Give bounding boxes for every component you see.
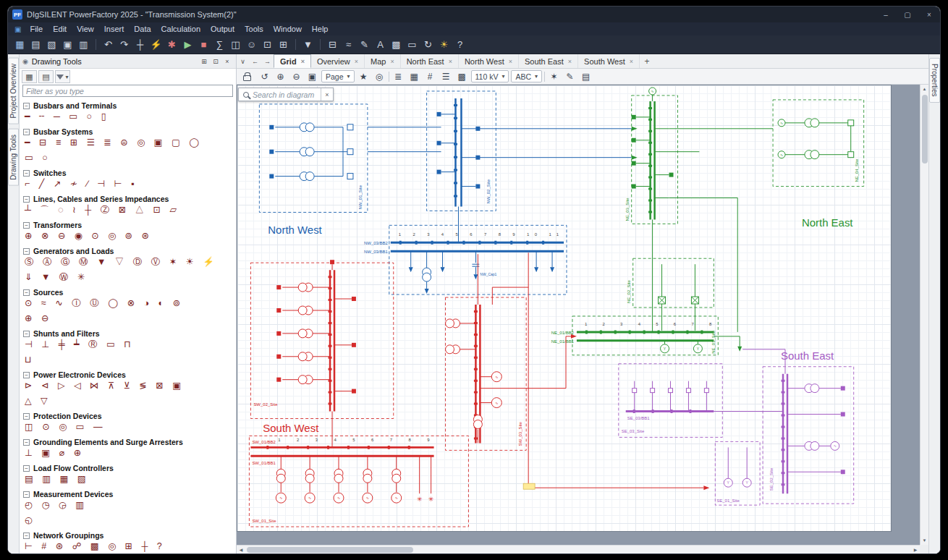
- collapse-icon[interactable]: −: [23, 331, 30, 337]
- diagram-tools-icon[interactable]: ✶ ▾: [547, 69, 561, 83]
- diagram-canvas[interactable]: NW_01_Site NW_02_Site 1 2 3 4 5 6 7 8 9 …: [237, 85, 891, 531]
- study-case-icon[interactable]: ▥: [76, 38, 91, 52]
- region-south-west[interactable]: SW_02_Site ∿ ∿ SW_03_Site: [249, 253, 709, 527]
- pin-icon[interactable]: ◉: [22, 58, 28, 65]
- tab-south-west[interactable]: South West ×: [578, 54, 640, 68]
- canvas-toolbar-item[interactable]: ▾: [544, 72, 545, 82]
- palette-icon-row[interactable]: ⊕ ⊖: [20, 312, 236, 327]
- menu-view[interactable]: View: [72, 24, 99, 34]
- palette-icon-row[interactable]: ▭ ○: [20, 151, 236, 166]
- tab-close-icon[interactable]: ×: [568, 58, 572, 65]
- rail-tab-drawing-tools[interactable]: Drawing Tools: [8, 129, 19, 186]
- palette-icon-row[interactable]: ⊙ ≈ ∿ Ⓘ Ⓤ ◯ ⊗ ◑ ◐ ⊚: [20, 297, 236, 312]
- tab-close-icon[interactable]: ×: [301, 58, 305, 65]
- collapse-icon[interactable]: −: [23, 103, 30, 109]
- collapse-icon[interactable]: −: [23, 289, 30, 296]
- undo-icon[interactable]: ↶: [101, 38, 116, 52]
- menu-insert[interactable]: Insert: [99, 24, 130, 34]
- tab-close-icon[interactable]: ×: [390, 58, 394, 65]
- horizontal-scrollbar[interactable]: ◀ ▶: [237, 545, 920, 553]
- filter-dropdown-icon[interactable]: ▼: [300, 38, 316, 52]
- palette-icon-row[interactable]: ⊳ ⊲ ▷ ◁ ⋈ ⊼ ⊻ ≶ ⊠ ▣: [20, 379, 236, 394]
- palette-list-view-icon[interactable]: ▤: [38, 70, 54, 83]
- tab-overview[interactable]: Overview ×: [311, 54, 365, 68]
- scroll-left-icon[interactable]: ◀: [237, 546, 245, 554]
- stop-simulation-icon[interactable]: ■: [196, 38, 211, 52]
- selected-label-highlight[interactable]: [523, 483, 535, 489]
- voltage-level-select[interactable]: 110 kV ▾: [471, 70, 509, 82]
- zoom-out-icon[interactable]: ⊖ ▾: [289, 69, 303, 83]
- maximize-graphic-icon[interactable]: ⊡: [260, 38, 275, 52]
- palette-icon-row[interactable]: ┴ ⌒ ◌ ≀ ┼ Ⓩ ⊠ △ ⊡ ▱: [20, 203, 236, 219]
- tab-map[interactable]: Map ×: [365, 54, 401, 68]
- menu-data[interactable]: Data: [129, 24, 156, 34]
- menu-edit[interactable]: Edit: [48, 24, 72, 34]
- tab-north-west[interactable]: North West ×: [459, 54, 519, 68]
- menu-calculation[interactable]: Calculation: [156, 24, 206, 34]
- collapse-icon[interactable]: −: [23, 491, 30, 498]
- close-button[interactable]: ×: [918, 7, 940, 22]
- diagram-search-box[interactable]: ×: [238, 88, 334, 101]
- annotation-icon[interactable]: ✎: [357, 38, 372, 52]
- collapse-icon[interactable]: −: [23, 413, 30, 420]
- text-label-icon[interactable]: A: [373, 38, 388, 52]
- tab-south-east[interactable]: South East ×: [519, 54, 578, 68]
- palette-icon-row[interactable]: ⊢ # ⊛ ☍ ▩ ◎ ⊞ ┼ ?: [20, 540, 236, 553]
- graphic-options-icon[interactable]: ⊟: [325, 38, 340, 52]
- palette-icon-row[interactable]: ⊕ ⊗ ⊖ ◉ ⊙ ◎ ⊚ ⊛: [20, 229, 236, 245]
- zoom-rect-icon[interactable]: ▣ ▾: [305, 69, 319, 83]
- tab-close-icon[interactable]: ×: [630, 58, 633, 65]
- palette-icon-row[interactable]: ━ ╌ ─ ▭ ○ ▯: [20, 110, 236, 125]
- palette-icon-row[interactable]: ▤ ▥ ▦ ▧: [20, 472, 236, 488]
- collapse-icon[interactable]: −: [23, 533, 30, 539]
- collapse-icon[interactable]: −: [23, 222, 30, 229]
- rail-tab-project-overview[interactable]: Project Overview: [8, 58, 19, 124]
- project-overview-icon[interactable]: ▧: [44, 38, 59, 52]
- menu-output[interactable]: Output: [206, 24, 240, 34]
- region-south-east[interactable]: SE_03/BB1 SE_03_Site ∿ SE_02_Site: [619, 349, 854, 505]
- grid-snap-icon[interactable]: ▦ ▾: [407, 69, 421, 83]
- toolbar-icon[interactable]: [96, 39, 96, 50]
- zoom-in-icon[interactable]: ⊕ ▾: [274, 69, 287, 83]
- add-tab-button[interactable]: +: [640, 54, 654, 68]
- layers-icon[interactable]: ≣ ▾: [392, 69, 405, 83]
- minimize-button[interactable]: –: [875, 7, 897, 22]
- collapse-icon[interactable]: −: [23, 248, 30, 255]
- panel-close-icon[interactable]: ×: [221, 56, 233, 67]
- tab-back-icon[interactable]: ←: [249, 54, 261, 68]
- titlebar[interactable]: PF DIgSILENT PowerFactory 2025 - "Transm…: [8, 7, 940, 22]
- load-flow-icon[interactable]: ⚡: [148, 38, 164, 52]
- refresh-icon[interactable]: ↻: [420, 38, 436, 52]
- highlight-icon[interactable]: ☀: [436, 38, 452, 52]
- vertical-scroll-thumb[interactable]: [922, 95, 928, 164]
- palette-icon-row[interactable]: ⇓ ▼ Ⓦ ✳: [20, 271, 236, 286]
- scroll-down-icon[interactable]: ▼: [921, 536, 929, 545]
- region-north-east[interactable]: ∿ NE_03_Site ∿ ∿ NE_04_Site: [551, 88, 864, 355]
- menu-file[interactable]: File: [25, 24, 48, 34]
- palette-icon-row[interactable]: ◫ ⊙ ◎ ▭ —: [20, 420, 236, 436]
- color-legend-icon[interactable]: ▩: [389, 38, 404, 52]
- tab-close-icon[interactable]: ×: [355, 58, 358, 65]
- pan-icon[interactable]: ┼: [132, 38, 148, 52]
- palette-icon-row[interactable]: ━ ⊟ ≡ ⊞ ☰ ≣ ⊜ ◎ ▣ ▢ ◯: [20, 136, 236, 151]
- results-icon[interactable]: ∑: [212, 38, 227, 52]
- color-mode-icon[interactable]: ▩ ▾: [455, 69, 469, 83]
- tab-grid[interactable]: Grid ×: [274, 54, 311, 68]
- user-settings-icon[interactable]: ☺: [244, 38, 259, 52]
- collapse-icon[interactable]: −: [23, 170, 30, 177]
- virtual-instrument-icon[interactable]: ◫: [228, 38, 243, 52]
- rail-tab-properties[interactable]: Properties: [929, 58, 940, 103]
- reset-zoom-icon[interactable]: ↺ ▾: [258, 69, 271, 83]
- open-data-manager-icon[interactable]: ▦: [12, 38, 27, 52]
- palette-icon-row[interactable]: ⊣ ⊥ ╪ ┷ Ⓡ ▭ ⊓: [20, 338, 236, 353]
- palette-icon-row[interactable]: ⊔: [20, 353, 236, 368]
- menu-tools[interactable]: Tools: [240, 24, 268, 34]
- edit-mode-icon[interactable]: ✎ ▾: [563, 69, 577, 83]
- panel-dock-icon[interactable]: ⊞: [198, 56, 210, 67]
- maximize-button[interactable]: ▢: [897, 7, 918, 22]
- palette-grid-view-icon[interactable]: ▦: [22, 70, 37, 83]
- region-north-west[interactable]: NW_01_Site NW_02_Site 1 2 3 4 5 6 7 8 9 …: [259, 91, 631, 294]
- menu-window[interactable]: Window: [268, 24, 307, 34]
- tab-close-icon[interactable]: ×: [509, 58, 512, 65]
- print-icon[interactable]: ▤ ▾: [579, 69, 593, 83]
